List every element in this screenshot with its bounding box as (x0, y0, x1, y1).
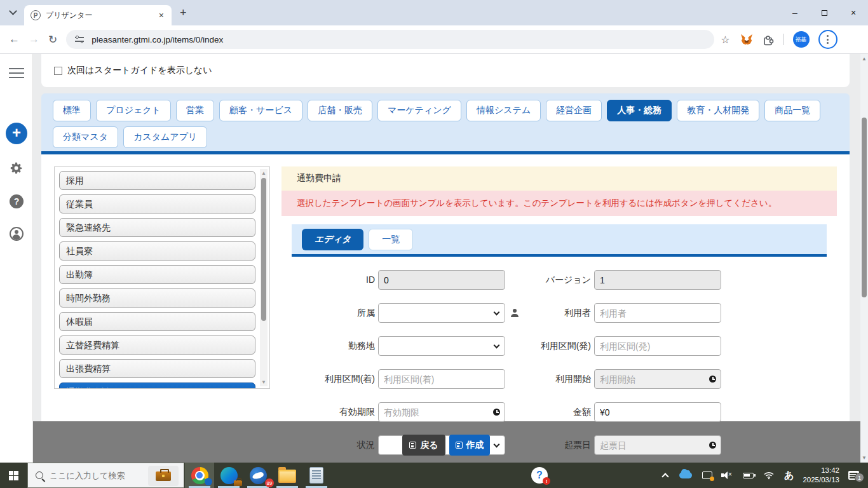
scrollbar-thumb[interactable] (862, 118, 867, 297)
tray-chevron-up-icon[interactable] (661, 473, 668, 480)
start-date-field[interactable] (594, 369, 721, 389)
section-to-field[interactable] (378, 369, 505, 389)
category-tab[interactable]: 営業 (176, 100, 214, 121)
template-item[interactable]: 出勤簿 (59, 265, 255, 284)
metamask-icon[interactable] (740, 34, 753, 45)
work-location-select[interactable] (378, 336, 505, 356)
hamburger-menu-icon[interactable] (9, 68, 24, 81)
volume-muted-icon[interactable]: × (721, 471, 734, 480)
taskbar-apps: 89 (185, 463, 331, 488)
template-item[interactable]: 緊急連絡先 (59, 218, 255, 237)
action-center-icon[interactable]: 1 (848, 471, 859, 480)
wifi-icon[interactable] (764, 471, 774, 480)
taskbar-search[interactable] (27, 463, 184, 488)
template-list-scrollbar[interactable]: ▲ ▼ (260, 169, 268, 386)
start-button[interactable] (0, 463, 27, 488)
restore-button[interactable] (810, 0, 839, 25)
taskbar-thunderbird[interactable]: 89 (243, 463, 273, 488)
scroll-up-icon[interactable]: ▲ (860, 56, 868, 62)
taskbar-get-help[interactable]: ? ! (531, 467, 548, 484)
reload-icon[interactable]: ↻ (48, 33, 57, 46)
section-from-label: 利用区間(発) (498, 336, 591, 356)
taskbar-search-input[interactable] (50, 471, 132, 480)
category-tab[interactable]: 顧客・サービス (219, 100, 302, 121)
tray-clock[interactable]: 13:42 2025/03/13 (803, 466, 839, 485)
category-tab[interactable]: 分類マスタ (53, 126, 118, 148)
back-button[interactable]: 戻る (402, 435, 445, 456)
url-text[interactable]: pleasanter.gtmi.co.jp/items/0/index (92, 35, 223, 44)
template-item[interactable]: 出張費精算 (59, 359, 255, 378)
search-icon (36, 471, 43, 479)
taskbar: 89 ? ! × (0, 463, 868, 488)
expiry-field[interactable] (378, 402, 505, 422)
template-item[interactable]: 休暇届 (59, 312, 255, 331)
taskbar-notepad[interactable] (302, 463, 331, 488)
bookmark-star-icon[interactable]: ☆ (721, 34, 729, 46)
create-new-button[interactable]: + (6, 123, 27, 144)
taskbar-chrome[interactable] (185, 463, 214, 488)
id-field[interactable] (378, 270, 505, 290)
tab-close-icon[interactable]: × (158, 10, 165, 20)
category-tab[interactable]: 教育・人材開発 (677, 100, 759, 121)
create-button[interactable]: 作成 (449, 435, 490, 456)
hide-start-guide-label: 次回はスタートガイドを表示しない (67, 65, 212, 76)
search-highlight-cell[interactable] (148, 466, 179, 486)
category-tab[interactable]: 商品一覧 (764, 100, 820, 121)
scrollbar-thumb[interactable] (261, 178, 266, 321)
create-button-icon (456, 442, 463, 449)
version-field[interactable] (594, 270, 721, 290)
department-select[interactable] (378, 303, 505, 323)
windows-logo-icon (9, 471, 18, 480)
amount-field[interactable] (594, 402, 721, 422)
category-tab[interactable]: 標準 (53, 100, 91, 121)
amount-label: 金額 (498, 402, 591, 422)
category-tab[interactable]: カスタムアプリ (123, 126, 207, 148)
category-tab[interactable]: 情報システム (466, 100, 541, 121)
user-field[interactable] (594, 303, 721, 323)
category-tab[interactable]: 経営企画 (546, 100, 602, 121)
back-icon[interactable]: ← (9, 33, 20, 46)
close-button[interactable]: × (839, 0, 868, 25)
minimize-button[interactable]: – (780, 0, 810, 25)
template-item[interactable]: 時間外勤務 (59, 288, 255, 308)
site-settings-icon[interactable] (75, 36, 84, 43)
battery-icon[interactable] (743, 473, 754, 478)
profile-avatar[interactable]: 裕基 (793, 31, 810, 48)
page-scrollbar[interactable]: ▲ ▼ (860, 54, 868, 463)
browser-menu-icon[interactable] (818, 30, 837, 49)
editor-form: ID バージョン 所属 利用者 勤務地 利用区間(発) (281, 257, 837, 447)
clock-icon (709, 442, 716, 449)
new-tab-button[interactable]: + (180, 8, 187, 18)
display-status-icon[interactable] (702, 471, 712, 479)
tab-search-chevron-icon[interactable] (9, 7, 17, 15)
onedrive-icon[interactable] (679, 472, 692, 478)
category-tab[interactable]: マーケティング (377, 100, 461, 121)
extensions-puzzle-icon[interactable] (762, 33, 775, 46)
category-tab-selected[interactable]: 人事・総務 (607, 100, 672, 121)
page: + ? 次回はスタートガイドを表示しない 標準 プロジェクト 営業 顧客・サービ… (0, 54, 860, 463)
taskbar-edge[interactable] (214, 463, 243, 488)
template-item-selected[interactable]: 通勤費申請 (59, 383, 255, 389)
section-from-field[interactable] (594, 336, 721, 356)
template-item[interactable]: 従業員 (59, 194, 255, 214)
hide-start-guide-option[interactable]: 次回はスタートガイドを表示しない (54, 65, 212, 76)
tab-editor[interactable]: エディタ (302, 229, 363, 250)
template-item[interactable]: 立替経費精算 (59, 336, 255, 355)
category-tab[interactable]: 店舗・販売 (308, 100, 372, 121)
template-item[interactable]: 採用 (59, 171, 255, 190)
scroll-down-icon[interactable]: ▼ (860, 455, 868, 461)
category-tab[interactable]: プロジェクト (96, 100, 171, 121)
account-icon[interactable] (9, 226, 24, 241)
help-icon[interactable]: ? (9, 194, 24, 209)
settings-gear-icon[interactable] (9, 161, 24, 176)
start-date-label: 利用開始 (498, 369, 591, 389)
template-item[interactable]: 社員寮 (59, 241, 255, 261)
browser-tab[interactable]: P プリザンター × (24, 5, 172, 25)
tab-list[interactable]: 一覧 (369, 229, 413, 250)
issue-date-field[interactable] (594, 435, 721, 455)
address-bar[interactable]: pleasanter.gtmi.co.jp/items/0/index (66, 30, 714, 49)
hide-start-guide-checkbox[interactable] (54, 67, 62, 75)
screen: P プリザンター × + – × ← → ↻ pleasanter.gtmi.c… (0, 0, 868, 488)
ime-indicator[interactable]: あ (784, 470, 794, 482)
taskbar-file-explorer[interactable] (273, 463, 302, 488)
